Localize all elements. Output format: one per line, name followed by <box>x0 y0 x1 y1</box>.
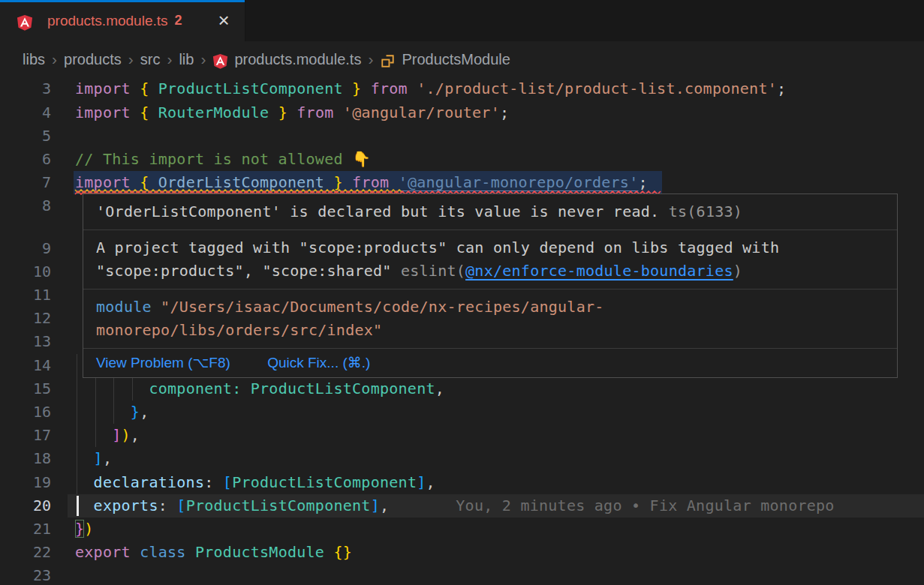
code-token: ProductListComponent <box>232 473 417 491</box>
line-number: 16 <box>23 400 51 424</box>
module-path-text: "/Users/isaac/Documents/code/nx-recipes/… <box>152 298 604 316</box>
line-number: 6 <box>23 148 51 172</box>
breadcrumb-item-lib[interactable]: lib <box>179 51 194 68</box>
code-token <box>131 104 140 122</box>
eslint-rule-link[interactable]: @nx/enforce-module-boundaries <box>465 262 733 280</box>
code-line-21[interactable]: }) <box>75 518 94 541</box>
code-token: ] <box>94 449 103 467</box>
code-token <box>149 80 158 98</box>
line-number: 21 <box>23 518 51 542</box>
code-token: { <box>140 80 149 98</box>
code-token: class <box>140 543 186 561</box>
code-token: ; <box>500 104 509 122</box>
code-token: import <box>75 104 131 122</box>
code-token: : <box>158 496 177 514</box>
angular-icon <box>17 14 33 31</box>
line-number: 3 <box>23 77 51 101</box>
breadcrumb-item-symbol[interactable]: ProductsModule <box>402 51 510 68</box>
code-token: { <box>140 104 149 122</box>
code-token: ProductListComponent <box>251 380 435 398</box>
code-token: } <box>75 520 84 538</box>
line-number: 20 <box>23 494 51 518</box>
module-path-line2: monorepo/libs/orders/src/index" <box>96 319 884 342</box>
angular-icon <box>212 53 228 69</box>
tab-bar: products.module.ts 2 × <box>0 0 924 41</box>
code-line-15[interactable]: component: ProductListComponent, <box>75 377 444 400</box>
chevron-right-icon: › <box>128 50 134 68</box>
git-blame-annotation: You, 2 minutes ago • Fix Angular monorep… <box>389 496 834 514</box>
code-token: ] <box>112 426 121 444</box>
code-token: component: <box>149 380 241 398</box>
code-line-6[interactable]: // This import is not allowed 👇 <box>75 148 371 171</box>
code-token <box>149 104 158 122</box>
tab-products-module[interactable]: products.module.ts 2 × <box>0 0 245 41</box>
code-token <box>334 104 343 122</box>
code-token: '@angular/router' <box>343 104 500 122</box>
code-token <box>75 403 131 421</box>
code-token: exports <box>94 496 158 514</box>
code-token <box>75 473 94 491</box>
close-icon[interactable]: × <box>213 10 234 32</box>
line-number: 19 <box>23 471 51 495</box>
code-token: {} <box>333 543 352 561</box>
code-token: declarations <box>94 473 205 491</box>
eslint-message-line1: A project tagged with "scope:products" c… <box>96 236 884 260</box>
line-number: 13 <box>23 330 51 354</box>
eslint-message-line2: "scope:products", "scope:shared" eslint(… <box>96 260 884 283</box>
code-token <box>131 543 140 561</box>
code-token <box>269 104 278 122</box>
view-problem-action[interactable]: View Problem (⌥F8) <box>96 355 230 370</box>
code-line-18[interactable]: ], <box>75 447 112 470</box>
quick-fix-action[interactable]: Quick Fix... (⌘.) <box>267 355 370 370</box>
chevron-right-icon: › <box>200 50 206 68</box>
code-token <box>287 104 296 122</box>
code-line-22[interactable]: export class ProductsModule {} <box>75 541 352 564</box>
code-token <box>324 543 333 561</box>
code-token <box>343 80 352 98</box>
code-token: ProductsModule <box>195 543 324 561</box>
code-token: , <box>426 473 435 491</box>
ts-diagnostic-section: 'OrderListComponent' is declared but its… <box>83 194 897 230</box>
code-line-16[interactable]: }, <box>75 400 149 424</box>
breadcrumb-item-libs[interactable]: libs <box>23 51 45 68</box>
code-line-3[interactable]: import { ProductListComponent } from './… <box>75 77 786 100</box>
code-token: RouterModule <box>158 104 269 122</box>
code-line-19[interactable]: declarations: [ProductListComponent], <box>75 471 435 494</box>
breadcrumb-item-file[interactable]: products.module.ts <box>234 51 361 68</box>
code-line-4[interactable]: import { RouterModule } from '@angular/r… <box>75 101 509 124</box>
hover-status-bar: View Problem (⌥F8) Quick Fix... (⌘.) <box>83 348 897 377</box>
code-line-17[interactable]: ]), <box>75 424 140 447</box>
code-token: './product-list/product-list.component' <box>417 80 777 98</box>
code-token: , <box>140 403 149 421</box>
breadcrumb-item-products[interactable]: products <box>64 51 122 68</box>
line-number: 17 <box>23 424 51 448</box>
code-token: [ <box>223 473 232 491</box>
code-token: } <box>278 104 287 122</box>
breadcrumb-item-src[interactable]: src <box>140 51 161 68</box>
code-token: ; <box>638 173 647 191</box>
line-number: 7 <box>23 171 51 195</box>
module-path-text: monorepo/libs/orders/src/index" <box>96 321 382 339</box>
tab-title: products.module.ts <box>47 13 168 29</box>
module-keyword: module <box>96 298 152 316</box>
eslint-source-close: ) <box>733 262 742 280</box>
code-line-20[interactable]: exports: [ProductListComponent],You, 2 m… <box>75 494 835 518</box>
line-number: 5 <box>23 124 51 148</box>
line-number: 23 <box>23 564 51 585</box>
code-token: , <box>435 380 444 398</box>
editor[interactable]: 'OrderListComponent' is declared but its… <box>0 77 924 585</box>
tab-problems-badge: 2 <box>175 13 182 28</box>
ts-diagnostic-code: ts(6133) <box>669 202 742 220</box>
code-token: , <box>131 426 140 444</box>
code-token <box>75 426 112 444</box>
code-token: ProductListComponent <box>158 80 343 98</box>
code-token <box>241 380 250 398</box>
code-token <box>186 543 195 561</box>
code-token: : <box>204 473 223 491</box>
code-token: // This import is not allowed <box>75 150 352 168</box>
module-path-line1: module "/Users/isaac/Documents/code/nx-r… <box>96 296 884 319</box>
code-token: ) <box>122 426 131 444</box>
text-cursor <box>77 496 79 516</box>
code-token: 👇 <box>352 150 371 168</box>
code-token: export <box>75 543 131 561</box>
